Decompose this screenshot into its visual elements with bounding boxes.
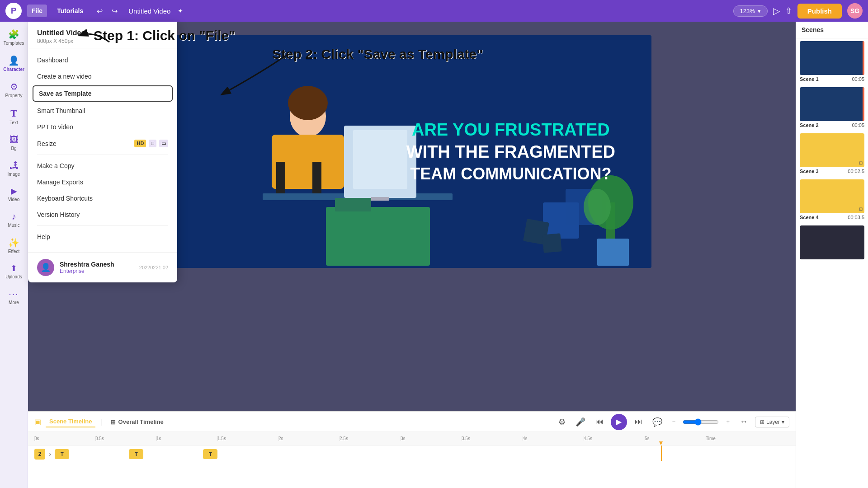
captions-btn[interactable]: 💬 — [650, 416, 665, 428]
scene-name-1: Scene 1 — [800, 76, 819, 82]
fd-ppt-to-video[interactable]: PPT to video — [28, 119, 177, 135]
uploads-icon: ⬆ — [10, 263, 17, 273]
ruler-4s: 4s — [523, 436, 584, 441]
sidebar-item-property[interactable]: ⚙ Property — [2, 78, 26, 102]
timeline-separator: | — [100, 418, 102, 426]
sidebar-item-character[interactable]: 👤 Character — [2, 52, 26, 76]
sidebar-item-more[interactable]: ··· More — [2, 285, 26, 309]
timeline-controls: ▣ Scene Timeline | ⊞ Overall Timeline ⚙ … — [28, 412, 796, 432]
fd-save-template[interactable]: Save as Template — [33, 85, 173, 102]
fd-help[interactable]: Help — [28, 229, 177, 245]
tutorials-button[interactable]: Tutorials — [52, 5, 88, 17]
fd-make-copy[interactable]: Make a Copy — [28, 158, 177, 174]
ruler-2-5s: 2.5s — [340, 436, 401, 441]
fd-header: Untitled Video 800px X 450px — [28, 22, 177, 48]
file-menu-button[interactable]: File — [27, 5, 47, 17]
scene-item-1[interactable]: Scene 1 00:05 — [796, 38, 868, 84]
scene-label-3: Scene 3 00:02.5 — [800, 169, 864, 174]
fd-user-avatar: 👤 — [37, 259, 54, 276]
ruler-1s: 1s — [156, 436, 217, 441]
zoom-slider[interactable] — [683, 418, 719, 426]
sidebar-item-effect[interactable]: ✨ Effect — [2, 234, 26, 258]
publish-button[interactable]: Publish — [797, 4, 842, 19]
document-title: Untitled Video — [128, 7, 170, 15]
sidebar-label-music: Music — [8, 223, 19, 228]
fd-user-name: Shreshtra Ganesh — [60, 261, 114, 268]
canvas-frame[interactable]: ARE YOU FRUSTRATED WITH THE FRAGMENTED T… — [172, 35, 651, 268]
settings-icon-btn[interactable]: ⚙ — [556, 416, 568, 428]
scenes-panel: Scenes Scene 1 00:05 Scene 2 00:05 ⊡ — [796, 22, 868, 488]
logo-letter: P — [11, 6, 16, 16]
mic-icon-btn[interactable]: 🎤 — [573, 416, 588, 428]
scene-item-4[interactable]: ⊡ Scene 4 00:03.5 — [796, 177, 868, 223]
scene-line2: WITH THE FRAGMENTED — [406, 142, 615, 162]
layer-chevron-icon: ▾ — [782, 419, 784, 425]
timeline-plus-icon: + — [723, 418, 732, 425]
fd-video-title: Untitled Video — [37, 29, 168, 37]
zoom-chevron-icon: ▾ — [758, 8, 761, 14]
fd-version-history[interactable]: Version History — [28, 206, 177, 223]
scene-thumb-3: ⊡ — [800, 133, 864, 167]
tab-scene-timeline[interactable]: Scene Timeline — [46, 416, 95, 427]
skip-fwd-btn[interactable]: ⏭ — [632, 416, 645, 427]
resize-icon-hd: HD — [134, 140, 146, 147]
ruler-time: Time — [706, 436, 767, 441]
sidebar-item-music[interactable]: ♪ Music — [2, 208, 26, 232]
layer-label: Layer — [766, 419, 780, 425]
track-block-1[interactable]: T — [55, 449, 69, 459]
scene-time-2: 00:05 — [852, 122, 864, 128]
sidebar-item-uploads[interactable]: ⬆ Uploads — [2, 260, 26, 283]
sidebar-label-property: Property — [5, 93, 23, 99]
sidebar-item-image[interactable]: 🏞 Image — [2, 157, 26, 181]
zoom-control[interactable]: 123% ▾ — [733, 5, 768, 17]
sidebar-label-character: Character — [3, 67, 24, 72]
star-icon[interactable]: ✦ — [178, 7, 183, 14]
scene-item-3[interactable]: ⊡ Scene 3 00:02.5 — [796, 131, 868, 177]
tab-overall-timeline[interactable]: ⊞ Overall Timeline — [107, 417, 167, 427]
preview-play-button[interactable]: ▷ — [773, 5, 780, 16]
fd-manage-exports[interactable]: Manage Exports — [28, 174, 177, 190]
sidebar-item-video[interactable]: ▶ Video — [2, 183, 26, 206]
scene-time-3: 00:02.5 — [848, 169, 864, 174]
redo-button[interactable]: ↪ — [108, 5, 121, 17]
skip-back-btn[interactable]: ⏮ — [593, 416, 606, 427]
effect-icon: ✨ — [8, 237, 19, 248]
zoom-value: 123% — [740, 8, 755, 14]
fd-keyboard-shortcuts[interactable]: Keyboard Shortcuts — [28, 190, 177, 206]
scene-line3: TEAM COMMUNICATION? — [406, 164, 615, 183]
property-icon: ⚙ — [10, 81, 18, 92]
track-blocks: T T T — [55, 449, 217, 459]
scene-item-2[interactable]: Scene 2 00:05 — [796, 84, 868, 131]
timeline-minus-icon: − — [670, 418, 679, 425]
app-logo[interactable]: P — [5, 3, 22, 19]
share-button[interactable]: ⇧ — [785, 6, 792, 16]
sidebar-item-text[interactable]: T Text — [2, 104, 26, 129]
scene-thumb-1 — [800, 41, 864, 75]
sidebar-item-bg[interactable]: 🖼 Bg — [2, 131, 26, 155]
sidebar-item-templates[interactable]: 🧩 Templates — [2, 25, 26, 50]
track-block-3[interactable]: T — [203, 449, 217, 459]
left-sidebar: 🧩 Templates 👤 Character ⚙ Property T Tex… — [0, 22, 28, 488]
undo-button[interactable]: ↩ — [93, 5, 106, 17]
svg-rect-16 — [597, 239, 629, 266]
timeline-playhead[interactable] — [661, 446, 662, 461]
layer-button[interactable]: ⊞ Layer ▾ — [755, 417, 789, 427]
overall-tab-label: Overall Timeline — [118, 418, 164, 425]
scene-item-5[interactable] — [796, 223, 868, 262]
timeline-scene-icon: ▣ — [34, 418, 41, 426]
scene-time-4: 00:03.5 — [848, 215, 864, 220]
fit-width-btn[interactable]: ↔ — [737, 416, 750, 427]
fd-dashboard[interactable]: Dashboard — [28, 52, 177, 68]
fd-create-new[interactable]: Create a new video — [28, 68, 177, 84]
fd-divider2 — [37, 225, 168, 226]
user-avatar-button[interactable]: SG — [847, 3, 863, 19]
fd-user-info: Shreshtra Ganesh Enterprise — [60, 261, 114, 274]
timeline-play-button[interactable]: ▶ — [611, 414, 627, 430]
track-block-2[interactable]: T — [129, 449, 143, 459]
fd-divider1 — [37, 155, 168, 155]
templates-icon: 🧩 — [8, 29, 19, 40]
fd-resize[interactable]: Resize HD □ ▭ — [28, 135, 177, 152]
scenes-header: Scenes — [796, 22, 868, 38]
fd-smart-thumbnail[interactable]: Smart Thumbnail — [28, 103, 177, 119]
ruler-0-5s: 0.5s — [95, 436, 156, 441]
